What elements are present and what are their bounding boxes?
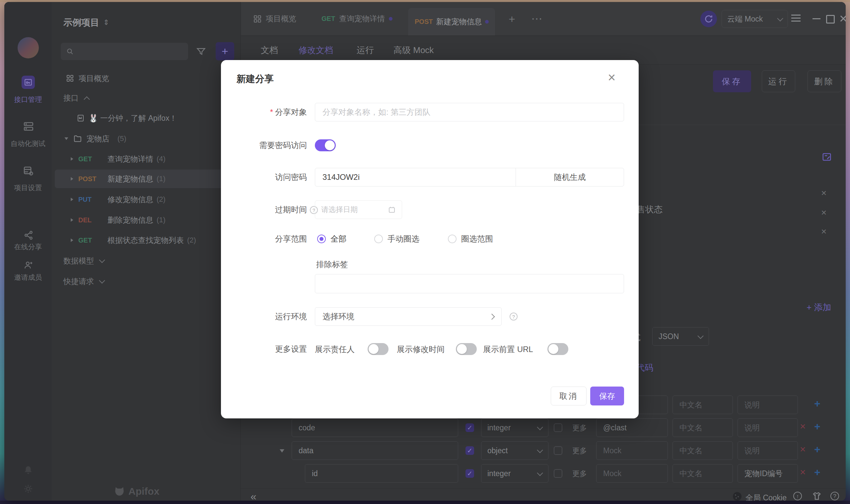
modal-save-button[interactable]: 保存 — [590, 386, 624, 406]
field-cn-input[interactable] — [672, 464, 733, 483]
more-tabs-button[interactable]: ⋯ — [531, 12, 543, 25]
subtab-advanced-mock[interactable]: 高级 Mock — [394, 44, 434, 56]
tree-endpoint-row-selected[interactable]: POST 新建宠物信息 (1) — [70, 169, 166, 188]
avatar[interactable] — [18, 37, 39, 58]
tree-item-overview[interactable]: 项目概览 — [66, 69, 109, 88]
add-child-button[interactable]: + — [814, 420, 820, 433]
delete-field-button[interactable]: × — [800, 444, 806, 455]
tree-endpoint-row[interactable]: GET 根据状态查找宠物列表 (2) — [70, 231, 196, 250]
notifications-button[interactable] — [23, 465, 33, 475]
tree-folder-petstore[interactable]: 宠物店 (5) — [64, 129, 126, 148]
generate-password-button[interactable]: 随机生成 — [516, 168, 624, 186]
field-mock-input[interactable] — [596, 418, 668, 437]
show-owner-toggle-off[interactable] — [367, 343, 388, 355]
add-child-button[interactable]: + — [814, 397, 820, 410]
sidebar-item-project-settings[interactable]: 项目设置 — [4, 183, 52, 193]
cancel-button[interactable]: 取消 — [551, 386, 586, 406]
modal-close-button[interactable]: × — [608, 71, 615, 84]
save-button[interactable]: 保存 — [713, 70, 751, 92]
share-icon-wrap[interactable] — [23, 230, 34, 240]
window-minimize-button[interactable] — [813, 18, 820, 19]
env-help-icon[interactable]: ? — [510, 312, 518, 321]
tab-post-endpoint-active[interactable]: POST 新建宠物信息 — [408, 8, 495, 36]
sidebar-item-invite-members[interactable]: 邀请成员 — [4, 273, 52, 282]
nullable-checkbox[interactable] — [554, 446, 562, 455]
access-password-input[interactable] — [315, 168, 516, 186]
run-button[interactable]: 运行 — [762, 70, 795, 92]
api-management-icon[interactable] — [22, 76, 35, 89]
tree-section-quick-request[interactable]: 快捷请求 — [64, 272, 104, 291]
tree-endpoint-row[interactable]: DEL 删除宠物信息 (1) — [70, 211, 166, 229]
required-checkbox-checked[interactable]: ✓ — [466, 424, 474, 432]
tree-endpoint-row[interactable]: GET 查询宠物详情 (4) — [70, 150, 166, 168]
help-icon[interactable]: ? — [830, 492, 839, 500]
environment-selector[interactable]: 云端 Mock — [722, 10, 788, 28]
field-mock-input[interactable] — [596, 464, 668, 483]
invite-icon-wrap[interactable] — [23, 260, 34, 270]
field-type-select[interactable]: integer — [481, 464, 548, 483]
field-cn-input[interactable] — [672, 441, 733, 460]
add-tab-button[interactable]: + — [509, 13, 515, 25]
tree-endpoint-row[interactable]: PUT 修改宠物信息 (2) — [70, 190, 166, 209]
show-base-url-toggle-off[interactable] — [547, 343, 568, 355]
settings-button[interactable] — [23, 484, 33, 494]
format-select[interactable]: JSON — [652, 327, 709, 346]
sync-button[interactable] — [700, 11, 717, 27]
search-input[interactable] — [61, 43, 188, 60]
field-name-input[interactable] — [292, 418, 458, 437]
required-checkbox-checked[interactable]: ✓ — [466, 446, 474, 455]
more-options-link[interactable]: 更多 — [572, 446, 587, 456]
delete-field-button[interactable]: × — [800, 421, 806, 432]
tab-project-overview[interactable]: 项目概览 — [253, 2, 296, 36]
run-env-select[interactable]: 选择环境 — [315, 307, 502, 326]
password-required-toggle-on[interactable] — [315, 139, 336, 151]
project-settings-icon-wrap[interactable] — [23, 165, 34, 177]
main-menu-button[interactable] — [791, 15, 800, 22]
field-cn-input[interactable] — [672, 396, 733, 414]
field-type-select[interactable]: object — [481, 441, 548, 460]
tree-section-api[interactable]: 接口 — [64, 89, 89, 107]
add-field-link[interactable]: + 添加 — [807, 302, 831, 313]
field-desc-input[interactable] — [738, 441, 798, 460]
nullable-checkbox[interactable] — [554, 469, 562, 478]
project-switcher[interactable]: 示例项目 ⇕ — [64, 17, 109, 29]
tree-item-quickstart-doc[interactable]: 🐰 一分钟，了解 Apifox！ — [77, 109, 177, 127]
window-close-button[interactable] — [839, 14, 846, 23]
subtab-edit-doc-active[interactable]: 修改文档 — [299, 44, 333, 56]
add-endpoint-button[interactable]: + — [216, 42, 234, 60]
sidebar-item-api-management[interactable]: 接口管理 — [4, 95, 52, 104]
remove-tag-button[interactable]: × — [821, 208, 827, 218]
global-cookie-link[interactable]: 全局 Cookie — [745, 493, 786, 501]
field-desc-input[interactable] — [738, 396, 798, 414]
share-target-input[interactable] — [315, 103, 624, 122]
field-mock-input[interactable] — [596, 441, 668, 460]
filter-button[interactable] — [196, 47, 206, 56]
more-options-link[interactable]: 更多 — [572, 469, 587, 479]
field-cn-input[interactable] — [672, 418, 733, 437]
required-checkbox-checked[interactable]: ✓ — [466, 469, 474, 478]
subtab-run[interactable]: 运行 — [357, 44, 374, 56]
add-child-button[interactable]: + — [814, 466, 820, 479]
collapse-sidebar-button[interactable]: « — [251, 490, 256, 501]
field-type-select[interactable]: integer — [481, 418, 548, 437]
subtab-doc[interactable]: 文档 — [261, 44, 278, 56]
radio-all-checked[interactable] — [317, 235, 326, 243]
delete-field-button[interactable]: × — [800, 467, 806, 478]
nullable-checkbox[interactable] — [554, 424, 562, 432]
automation-icon-wrap[interactable] — [23, 121, 34, 132]
updates-icon[interactable]: ↑ — [793, 492, 802, 500]
radio-range-select[interactable] — [448, 235, 456, 243]
tree-section-models[interactable]: 数据模型 — [64, 252, 104, 270]
sidebar-item-online-share[interactable]: 在线分享 — [4, 242, 52, 252]
field-desc-input[interactable] — [738, 464, 798, 483]
more-options-link[interactable]: 更多 — [572, 423, 587, 433]
tab-get-endpoint[interactable]: GET 查询宠物详情 — [322, 2, 393, 36]
delete-button[interactable]: 删除 — [808, 70, 842, 92]
remove-tag-button[interactable]: × — [821, 188, 827, 198]
window-maximize-button[interactable] — [826, 15, 835, 23]
sidebar-item-automation-test[interactable]: 自动化测试 — [4, 139, 52, 148]
field-name-input[interactable] — [292, 441, 458, 460]
expire-date-picker[interactable]: 请选择日期 — [315, 200, 402, 219]
show-modified-time-toggle-off[interactable] — [456, 343, 477, 355]
add-child-button[interactable]: + — [814, 443, 820, 455]
